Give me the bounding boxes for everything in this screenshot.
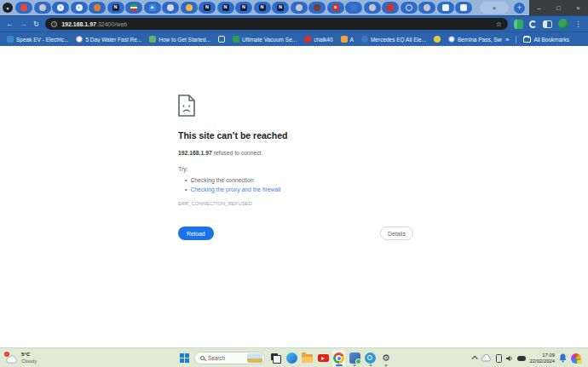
- youtube-icon: [318, 354, 329, 362]
- task-view-button[interactable]: [269, 350, 282, 366]
- browser-tab[interactable]: [455, 2, 472, 14]
- search-daily-image: [247, 353, 262, 363]
- start-button[interactable]: [180, 353, 189, 363]
- active-tab[interactable]: ×: [480, 2, 509, 14]
- all-bookmarks-button[interactable]: All Bookmarks: [523, 37, 569, 43]
- bookmark-item[interactable]: chalk40: [304, 36, 332, 43]
- bookmark-item[interactable]: A: [341, 36, 354, 43]
- app-icon: [365, 353, 376, 364]
- browser-tab[interactable]: [418, 2, 435, 14]
- browser-tab[interactable]: ›: [71, 2, 88, 14]
- suggestion-item: •Checking the connection: [185, 175, 280, 185]
- browser-tab[interactable]: N: [217, 2, 234, 14]
- edge-icon: [286, 353, 297, 364]
- browser-tab[interactable]: [162, 2, 179, 14]
- back-button[interactable]: ←: [6, 20, 14, 28]
- maximize-button[interactable]: □: [549, 0, 568, 15]
- browser-tab[interactable]: [125, 2, 142, 14]
- edge-button[interactable]: [285, 350, 298, 366]
- phone-link-icon[interactable]: [496, 354, 502, 363]
- onedrive-cloud-icon[interactable]: [481, 354, 492, 362]
- bookmark-item[interactable]: How to Get Started...: [149, 36, 210, 43]
- browser-tab[interactable]: [401, 2, 418, 14]
- minimize-button[interactable]: –: [529, 0, 549, 15]
- bookmarks-list: Speak EV - Electric...5 Day Water Fast R…: [7, 36, 502, 43]
- reload-button[interactable]: ↻: [33, 20, 39, 28]
- app-button-1[interactable]: [349, 350, 361, 366]
- address-bar[interactable]: i 192.168.1.97:32400/web ☆: [45, 18, 508, 30]
- browser-tab[interactable]: N: [107, 2, 124, 14]
- bookmark-item[interactable]: Speak EV - Electric...: [7, 36, 68, 43]
- error-code: ERR_CONNECTION_REFUSED: [178, 201, 252, 206]
- bookmark-star-icon[interactable]: ☆: [496, 20, 502, 28]
- browser-tab[interactable]: N: [254, 2, 271, 14]
- reload-page-button[interactable]: Reload: [178, 227, 214, 240]
- side-panel-icon[interactable]: [543, 20, 552, 28]
- browser-tab[interactable]: [291, 2, 308, 14]
- date-label: 22/02/2024: [530, 358, 555, 364]
- widgets-icon[interactable]: [571, 353, 581, 364]
- bookmark-favicon: [341, 36, 348, 43]
- taskbar-clock[interactable]: 17:09 22/02/2024: [530, 353, 555, 364]
- site-info-icon[interactable]: i: [51, 21, 57, 27]
- weather-widget[interactable]: ! 5°C Cloudy: [5, 351, 37, 364]
- forward-button[interactable]: →: [20, 20, 27, 28]
- browser-tab[interactable]: N: [199, 2, 216, 14]
- chrome-button[interactable]: [332, 350, 345, 366]
- browser-tab[interactable]: [15, 2, 32, 14]
- bookmark-item[interactable]: 5 Day Water Fast Re...: [76, 36, 141, 43]
- bookmark-favicon: [233, 36, 239, 43]
- bookmark-label: A: [350, 37, 354, 43]
- details-button[interactable]: Details: [380, 227, 413, 240]
- tray-chevron-icon[interactable]: [471, 356, 477, 362]
- browser-tab[interactable]: [181, 2, 198, 14]
- browser-tab[interactable]: N: [235, 2, 252, 14]
- bookmark-item[interactable]: Bernina Pass, Switze...: [448, 36, 502, 43]
- tab-search-button[interactable]: ▾: [3, 3, 13, 13]
- suggestion-link-item[interactable]: •Checking the proxy and the firewall: [185, 185, 280, 194]
- bookmarks-overflow-icon[interactable]: »: [505, 36, 509, 43]
- browser-tab[interactable]: ›: [52, 2, 69, 14]
- alert-badge: !: [4, 352, 9, 357]
- all-bookmarks-label: All Bookmarks: [533, 37, 569, 43]
- bookmark-item[interactable]: [218, 36, 225, 43]
- bookmark-favicon: [434, 36, 441, 43]
- new-tab-button[interactable]: +: [514, 3, 525, 14]
- file-explorer-button[interactable]: [301, 350, 314, 366]
- bookmark-label: How to Get Started...: [159, 37, 210, 43]
- tab-favicon: [94, 4, 101, 11]
- browser-tab[interactable]: [364, 2, 381, 14]
- error-page: This site can’t be reached 192.168.1.97 …: [0, 46, 588, 347]
- volume-icon[interactable]: [506, 355, 513, 362]
- close-button[interactable]: ×: [568, 0, 588, 15]
- bookmark-item[interactable]: [434, 36, 441, 43]
- controller-icon[interactable]: [517, 356, 526, 361]
- browser-tab[interactable]: [308, 2, 326, 14]
- notification-bell-icon[interactable]: [559, 353, 567, 363]
- browser-tab[interactable]: [89, 2, 106, 14]
- browser-tab[interactable]: [345, 2, 362, 14]
- app-button-2[interactable]: [364, 350, 377, 366]
- bookmark-favicon: [218, 36, 225, 43]
- browser-tab[interactable]: ▲: [144, 2, 161, 14]
- bookmark-label: Ultimate Vacuum Se...: [242, 37, 297, 43]
- bookmark-item[interactable]: Ultimate Vacuum Se...: [233, 36, 297, 43]
- bookmark-item[interactable]: Mercedes EQ All Ele...: [361, 36, 426, 43]
- tab-favicon: N: [204, 4, 210, 11]
- settings-button[interactable]: ⚙: [380, 350, 393, 366]
- tab-favicon: N: [259, 4, 266, 11]
- extensions-menu-icon[interactable]: [529, 20, 537, 28]
- browser-tab[interactable]: [34, 2, 51, 14]
- extension-icon[interactable]: [514, 20, 523, 29]
- browser-tab[interactable]: a: [327, 2, 344, 14]
- browser-tab[interactable]: [382, 2, 399, 14]
- youtube-button[interactable]: [317, 350, 330, 366]
- profile-avatar[interactable]: [558, 19, 568, 29]
- taskbar-search[interactable]: Search: [194, 352, 265, 364]
- tab-favicon: [460, 4, 467, 11]
- condition-label: Cloudy: [21, 358, 37, 364]
- tab-close-icon[interactable]: ×: [493, 5, 496, 11]
- browser-tab[interactable]: N: [272, 2, 289, 14]
- browser-menu-icon[interactable]: ⋮: [574, 20, 582, 28]
- browser-tab[interactable]: [437, 2, 454, 14]
